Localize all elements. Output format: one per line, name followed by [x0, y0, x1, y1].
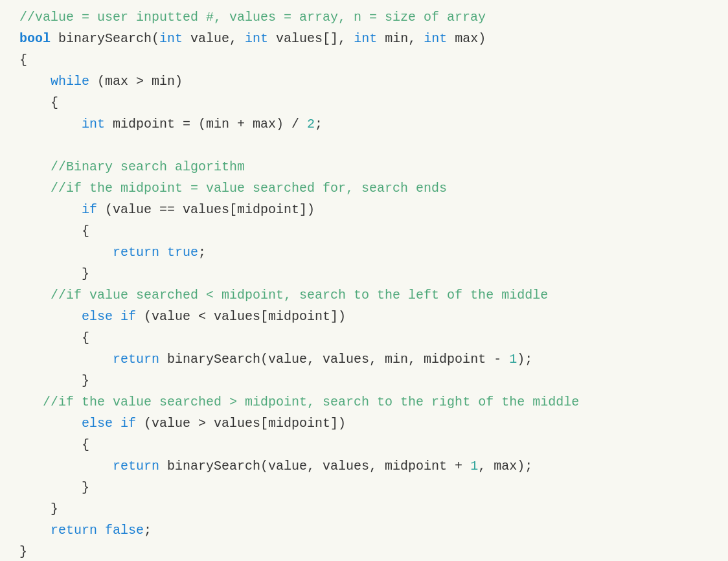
code-line-16: { — [19, 327, 715, 349]
code-line-3: { — [19, 49, 715, 71]
code-line-25: return false; — [19, 520, 715, 541]
code-line-12: return true; — [19, 242, 715, 263]
code-line-15: else if (value < values[midpoint]) — [19, 306, 715, 327]
code-line-13: } — [19, 263, 715, 284]
code-line-4: while (max > min) — [19, 71, 715, 92]
code-line-2: bool binarySearch(int value, int values[… — [19, 28, 715, 49]
code-line-11: { — [19, 220, 715, 242]
code-line-7 — [19, 135, 715, 156]
code-editor: //value = user inputted #, values = arra… — [0, 0, 728, 561]
code-line-21: { — [19, 434, 715, 455]
code-line-23: } — [19, 477, 715, 498]
code-line-20: else if (value > values[midpoint]) — [19, 413, 715, 434]
code-line-24: } — [19, 498, 715, 520]
code-line-14: //if value searched < midpoint, search t… — [19, 284, 715, 306]
code-line-9: //if the midpoint = value searched for, … — [19, 177, 715, 199]
code-line-22: return binarySearch(value, values, midpo… — [19, 455, 715, 477]
code-line-10: if (value == values[midpoint]) — [19, 199, 715, 220]
code-line-5: { — [19, 92, 715, 113]
code-line-8: //Binary search algorithm — [19, 156, 715, 177]
code-line-26: } — [19, 541, 715, 561]
code-line-19: //if the value searched > midpoint, sear… — [19, 391, 715, 413]
code-line-1: //value = user inputted #, values = arra… — [19, 6, 715, 28]
code-line-18: } — [19, 370, 715, 391]
code-line-6: int midpoint = (min + max) / 2; — [19, 113, 715, 135]
code-line-17: return binarySearch(value, values, min, … — [19, 349, 715, 370]
